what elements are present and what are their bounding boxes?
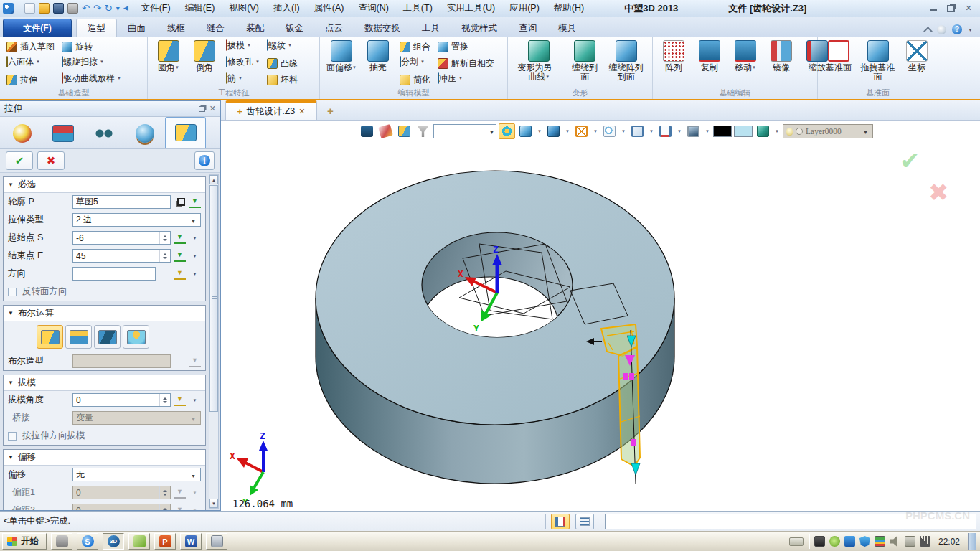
background-caret-icon[interactable]: [704, 123, 711, 139]
shaded-display-button[interactable]: [517, 123, 534, 139]
ribbon-tab[interactable]: 装配: [235, 19, 275, 37]
ribbon-button[interactable]: 缠绕到面: [568, 39, 601, 83]
insert-arrow-icon[interactable]: [174, 268, 186, 280]
color-swatch-lightblue[interactable]: [734, 126, 753, 137]
menu-item[interactable]: 插入(I): [266, 0, 307, 17]
scroll-thumb[interactable]: [209, 185, 218, 412]
panel-restore-icon[interactable]: [199, 106, 205, 112]
tray-nv-icon[interactable]: [829, 536, 840, 547]
ribbon-tab[interactable]: 线框: [156, 19, 196, 37]
word-app-button[interactable]: [180, 533, 202, 550]
insert-arrow-icon[interactable]: [189, 196, 201, 208]
select-caret-icon[interactable]: [189, 215, 197, 225]
tray-shield-icon[interactable]: [859, 536, 870, 547]
ribbon-button[interactable]: 抽壳: [362, 39, 395, 73]
fit-window-caret-icon[interactable]: [648, 123, 655, 139]
restore-button[interactable]: [947, 5, 955, 12]
render-mode-caret-icon[interactable]: [564, 123, 571, 139]
menu-item[interactable]: 应用(P): [502, 0, 547, 17]
section-header[interactable]: 必选: [4, 177, 205, 193]
ribbon-button[interactable]: 插入草图: [4, 39, 57, 54]
ribbon-button[interactable]: 变形为另一曲线: [512, 39, 565, 83]
ribbon-button[interactable]: 拉伸: [4, 72, 57, 87]
zw3d-app-button[interactable]: [103, 533, 124, 550]
collapse-ribbon-icon[interactable]: [923, 27, 933, 36]
open-file-icon[interactable]: [39, 3, 50, 14]
ribbon-button[interactable]: 螺纹: [265, 39, 300, 54]
expand-chevrons-icon[interactable]: [174, 355, 186, 367]
screenshot-tool-app-button[interactable]: [51, 533, 72, 550]
spinner[interactable]: [159, 504, 167, 510]
regen-icon[interactable]: ↻: [105, 3, 113, 14]
select-caret-icon[interactable]: [189, 470, 197, 480]
dimension-display-caret-icon[interactable]: [676, 123, 683, 139]
dimension-display-button[interactable]: [657, 123, 674, 139]
ribbon-button[interactable]: 冲压: [435, 72, 496, 87]
menu-item[interactable]: 视图(V): [222, 0, 266, 17]
ribbon-tab[interactable]: 钣金: [275, 19, 314, 37]
ribbon-button[interactable]: 筋: [224, 72, 262, 87]
ribbon-button[interactable]: 解析自相交: [435, 56, 496, 70]
boolean-add-button[interactable]: [65, 325, 92, 349]
reuse-profile-icon[interactable]: [174, 196, 186, 208]
tray-grid-icon[interactable]: [875, 536, 885, 547]
ribbon-tab[interactable]: 造型: [76, 19, 117, 37]
minimize-button[interactable]: [930, 5, 937, 11]
ribbon-tab[interactable]: 缝合: [196, 19, 235, 37]
ribbon-button[interactable]: 坐标: [900, 39, 933, 73]
field-input[interactable]: 草图5: [72, 195, 171, 209]
input-mode-toggle[interactable]: [551, 514, 570, 529]
ribbon-tab[interactable]: 模具: [547, 19, 587, 37]
field-select[interactable]: 无: [72, 468, 201, 481]
end-drag-handle[interactable]: [631, 463, 640, 475]
field-select[interactable]: 2 边: [72, 213, 201, 227]
ribbon-button[interactable]: 缠绕阵列到面: [604, 39, 648, 83]
field-input[interactable]: 45: [72, 249, 171, 263]
expand-chevrons-icon[interactable]: [159, 268, 171, 280]
ribbon-button[interactable]: 置换: [435, 39, 496, 54]
history-list-toggle[interactable]: [575, 514, 594, 529]
color-swatch-black[interactable]: [713, 126, 732, 137]
tab-render[interactable]: [124, 119, 165, 148]
ribbon-button[interactable]: 坯料: [265, 72, 300, 87]
calculator-app-button[interactable]: [206, 533, 227, 550]
redo-icon[interactable]: ↷: [93, 3, 101, 14]
dropdown-caret-icon[interactable]: [189, 232, 201, 244]
scroll-down-icon[interactable]: ▼: [209, 499, 218, 508]
tab-gauge[interactable]: [1, 119, 42, 148]
command-input[interactable]: [605, 514, 976, 529]
layers-button[interactable]: [755, 123, 771, 139]
checkbox[interactable]: [8, 288, 17, 296]
spinner[interactable]: [159, 250, 167, 262]
eraser-button[interactable]: [377, 123, 394, 139]
boolean-intersect-button[interactable]: [123, 325, 149, 349]
print-icon[interactable]: [67, 3, 78, 14]
ribbon-button[interactable]: 拖拽基准面: [858, 39, 897, 83]
ribbon-tab[interactable]: 曲面: [117, 19, 156, 37]
ribbon-button[interactable]: 六面体: [4, 56, 57, 70]
new-tab-icon[interactable]: [327, 103, 334, 120]
section-header[interactable]: 偏移: [4, 450, 205, 466]
combo-caret-icon[interactable]: [488, 126, 496, 136]
shaded-display-caret-icon[interactable]: [536, 123, 543, 139]
menu-item[interactable]: 编辑(E): [178, 0, 222, 17]
ribbon-tab[interactable]: 视觉样式: [451, 19, 508, 37]
scroll-up-icon[interactable]: ▲: [209, 175, 218, 184]
powerpoint-app-button[interactable]: [154, 533, 176, 550]
walk-button[interactable]: [359, 123, 375, 139]
ribbon-button[interactable]: 修改孔: [224, 56, 262, 70]
tray-plug-icon[interactable]: [905, 536, 915, 547]
tray-uc-icon[interactable]: [814, 536, 825, 547]
ribbon-tab[interactable]: 查询: [508, 19, 547, 37]
tab-view[interactable]: [83, 119, 124, 148]
boolean-base-button[interactable]: [37, 325, 63, 349]
boolean-remove-button[interactable]: [94, 325, 121, 349]
layer-caret-icon[interactable]: [862, 126, 870, 136]
menu-item[interactable]: 查询(N): [351, 0, 395, 17]
section-header[interactable]: 布尔运算: [4, 306, 205, 321]
ribbon-button[interactable]: 倒角: [188, 39, 221, 73]
ribbon-button[interactable]: 旋转: [60, 39, 123, 54]
help-caret-icon[interactable]: ▼: [968, 27, 973, 32]
show-desktop-button[interactable]: [968, 533, 976, 550]
wireframe-mode-button[interactable]: [573, 123, 590, 139]
